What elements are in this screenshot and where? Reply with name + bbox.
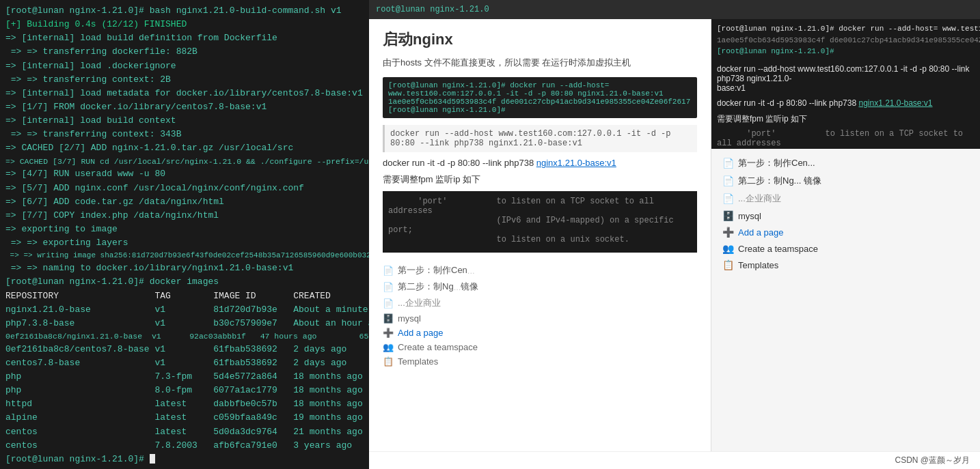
sidebar-step-1[interactable]: 📄 第一步：制作Cen... — [383, 262, 697, 279]
terminal-line: [root@lunan nginx-1.21.0]# docker images — [5, 275, 364, 289]
templates-button[interactable]: 📋 Templates — [383, 354, 697, 369]
create-teamspace-nav-label: Create a teamspace — [738, 244, 818, 254]
article-area: 启动nginx 由于hosts 文件不能直接更改，所以需要 在运行时添加虚拟主机… — [369, 19, 711, 469]
terminal-line: alpine latest c059bfaa849c 19 months ago… — [5, 411, 364, 425]
article-code-1: docker run --add-host www.test160.com:12… — [383, 125, 697, 152]
templates-icon: 📋 — [722, 259, 734, 270]
doc-icon-2: 📄 — [722, 175, 734, 186]
at2-line: 'port' to listen on a TCP socket to all … — [388, 197, 692, 216]
rt-line: 1ae0e5f0cb634d5953983c4f d6e001c27cbp41a… — [717, 35, 975, 46]
sidebar-enterprise[interactable]: 📄 ...企业商业 — [383, 295, 697, 311]
sidebar-item-step1[interactable]: 📄 第一步：制作Cen... — [718, 154, 973, 172]
left-terminal: [root@lunan nginx-1.21.0]# bash nginx1.2… — [0, 0, 369, 469]
terminal-line: => => transferring context: 2B — [5, 73, 364, 87]
at-line: [root@lunan nginx-1.21.0]# — [388, 106, 692, 114]
article-title: 启动nginx — [383, 29, 697, 50]
right-content-area: 启动nginx 由于hosts 文件不能直接更改，所以需要 在运行时添加虚拟主机… — [369, 19, 980, 469]
article-text-2: 需要调整fpm 监听ip 如下 — [383, 173, 697, 186]
bottom-bar-text: CSDN @蓝颜～岁月 — [895, 455, 970, 466]
rt-instruction-4: 需要调整fpm 监听ip 如下 — [717, 113, 975, 125]
terminal-line: => => writing image sha256:81d720d7b93e6… — [5, 250, 364, 261]
sidebar-step-2[interactable]: 📄 第二步：制Ng... 镜像 — [383, 279, 697, 295]
terminal-line: => [internal] load .dockerignore — [5, 59, 364, 73]
terminal-line: => => transferring dockerfile: 882B — [5, 45, 364, 59]
terminal-line: => CACHED [2/7] ADD nginx-1.21.0.tar.gz … — [5, 141, 364, 155]
terminal-line: php 8.0-fpm 6077a1ac1779 18 months ago 4… — [5, 384, 364, 397]
terminal-line: => [internal] load build context — [5, 114, 364, 128]
terminal-line: php 7.3-fpm 5d4e5772a864 18 months ago 4… — [5, 370, 364, 384]
terminal-line: [root@lunan nginx-1.21.0]# bash nginx1.2… — [5, 4, 364, 18]
add-page-button[interactable]: ➕ Add a page — [383, 326, 697, 340]
article-sidebar-items: 📄 第一步：制作Cen... 📄 第二步：制Ng... 镜像 📄 ...企业商业… — [383, 262, 697, 369]
at-line: 1ae0e5f0cb634d5953983c4f d6e001c27cbp41a… — [388, 98, 692, 106]
sidebar-mysql[interactable]: 🗄️ mysql — [383, 311, 697, 326]
add-page-nav-label: Add a page — [738, 227, 784, 238]
rt-instruction-2: base:v1 — [717, 83, 975, 93]
templates-nav[interactable]: 📋 Templates — [718, 257, 973, 273]
sidebar-item-enterprise[interactable]: 📄 ...企业商业 — [718, 190, 973, 208]
rt-instruction: docker run --add-host www.test160.com:12… — [717, 64, 975, 83]
at-line: [root@lunan nginx-1.21.0]# docker run --… — [388, 81, 692, 98]
create-teamspace-nav[interactable]: 👥 Create a teamspace — [718, 240, 973, 257]
terminal-line: => => transferring context: 343B — [5, 128, 364, 141]
step2-label: 第二步：制Ng... 镜像 — [738, 175, 821, 187]
terminal-line: 0ef2161ba8c8/nginx1.21.0-base v1 92ac03a… — [5, 330, 364, 343]
terminal-line: [root@lunan nginx-1.21.0]# — [5, 453, 364, 466]
add-page-nav[interactable]: ➕ Add a page — [718, 224, 973, 240]
mysql-label: mysql — [738, 211, 761, 221]
terminal-line: centos7.8-base v1 61fbab538692 2 days ag… — [5, 356, 364, 370]
article-terminal-2: 'port' to listen on a TCP socket to all … — [383, 191, 697, 253]
sidebar-area: [root@lunan nginx-1.21.0]# docker run --… — [711, 19, 980, 469]
article-terminal-1: [root@lunan nginx-1.21.0]# docker run --… — [383, 77, 697, 118]
nav-sidebar: 📄 第一步：制作Cen... 📄 第二步：制Ng... 镜像 📄 ...企业商业… — [711, 149, 980, 279]
article-subtitle: 由于hosts 文件不能直接更改，所以需要 在运行时添加虚拟主机 — [383, 57, 697, 69]
terminal-line: => [4/7] RUN useradd www -u 80 — [5, 167, 364, 181]
terminal-line: => => exporting layers — [5, 236, 364, 250]
doc-icon-1: 📄 — [722, 158, 734, 169]
top-bar-text: root@lunan nginx-1.21.0 — [376, 5, 489, 14]
at2-line: (IPv6 and IPv4-mapped) on a specific por… — [388, 216, 692, 235]
rt-port-line-2: (IPv6 and IPv4-mapped) on a specific por… — [717, 148, 975, 150]
bottom-bar: CSDN @蓝颜～岁月 — [369, 451, 980, 469]
right-terminal: [root@lunan nginx-1.21.0]# docker run --… — [711, 19, 980, 149]
create-teamspace-button[interactable]: 👥 Create a teamspace — [383, 340, 697, 354]
rt-line: [root@lunan nginx-1.21.0]# docker run --… — [717, 23, 975, 35]
terminal-line: php7.3.8-base v1 b30c757909e7 About an h… — [5, 317, 364, 330]
terminal-line: 0ef2161ba8c8/centos7.8-base v1 61fbab538… — [5, 343, 364, 356]
terminal-line: [+] Building 0.4s (12/12) FINISHED — [5, 18, 364, 31]
terminal-line: => [6/7] ADD code.tar.gz /data/nginx/htm… — [5, 195, 364, 209]
rt-line: [root@lunan nginx-1.21.0]# — [717, 46, 975, 57]
enterprise-label: ...企业商业 — [738, 193, 781, 205]
terminal-line: => [1/7] FROM docker.io/library/centos7.… — [5, 100, 364, 114]
sidebar-item-mysql[interactable]: 🗄️ mysql — [718, 208, 973, 224]
sidebar-item-step2[interactable]: 📄 第二步：制Ng... 镜像 — [718, 172, 973, 190]
terminal-line: centos 7.8.2003 afb6fca791e0 3 years ago… — [5, 439, 364, 453]
terminal-line: => => naming to docker.io/library/nginx1… — [5, 261, 364, 275]
article-text-1: docker run -it -d -p 80:80 --link php738… — [383, 158, 697, 168]
right-top-bar: root@lunan nginx-1.21.0 — [369, 0, 980, 19]
at2-line: to listen on a unix socket. — [388, 235, 692, 244]
terminal-line: nginx1.21.0-base v1 81d720d7b93e About a… — [5, 303, 364, 317]
terminal-line: => CACHED [3/7] RUN cd /usr/local/src/ng… — [5, 156, 364, 168]
terminal-line: httpd latest dabbfbe0c57b 18 months ago … — [5, 397, 364, 411]
terminal-line: centos latest 5d0da3dc9764 21 months ago… — [5, 425, 364, 439]
terminal-line: => [5/7] ADD nginx.conf /usr/local/nginx… — [5, 182, 364, 195]
terminal-line: => [internal] load build definition from… — [5, 31, 364, 45]
doc-icon-3: 📄 — [722, 193, 734, 204]
right-panel: root@lunan nginx-1.21.0 启动nginx 由于hosts … — [369, 0, 980, 469]
plus-icon: ➕ — [722, 227, 734, 238]
terminal-line: => exporting to image — [5, 223, 364, 236]
terminal-line: REPOSITORY TAG IMAGE ID CREATED SIZE — [5, 289, 364, 303]
teamspace-icon: 👥 — [722, 243, 734, 254]
templates-nav-label: Templates — [738, 260, 778, 270]
terminal-line: => [internal] load metadata for docker.i… — [5, 87, 364, 100]
step1-label: 第一步：制作Cen... — [738, 157, 815, 169]
db-icon: 🗄️ — [722, 210, 734, 221]
terminal-line: => [7/7] COPY index.php /data/nginx/html — [5, 209, 364, 223]
rt-instruction-3: docker run -it -d -p 80:80 --link php738… — [717, 98, 975, 108]
rt-port-line: 'port' to listen on a TCP socket to all … — [717, 129, 975, 148]
